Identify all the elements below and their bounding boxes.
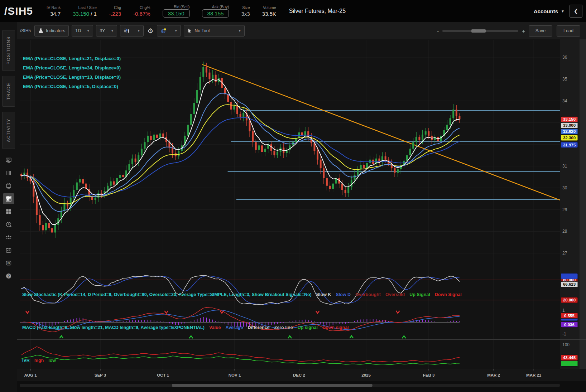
- accounts-dropdown[interactable]: Accounts ▼: [534, 8, 565, 14]
- svg-text:AUG 1: AUG 1: [24, 373, 37, 377]
- svg-text:29: 29: [562, 207, 567, 212]
- chevron-down-icon: ▼: [111, 29, 114, 33]
- accounts-label: Accounts: [534, 8, 558, 14]
- quote-field-volume: Volume33.5K: [262, 5, 276, 17]
- chart-type-dropdown[interactable]: ▼: [120, 25, 144, 37]
- svg-text:33.000: 33.000: [563, 123, 576, 127]
- chevron-down-icon: ▼: [174, 29, 177, 33]
- indicators-button[interactable]: Indicators: [34, 25, 69, 37]
- quote-fields: IV Rank34.7Last / Size33.150 / 1Chg-.223…: [47, 5, 288, 18]
- svg-text:35: 35: [562, 77, 567, 82]
- left-sidebar: POSITIONS TRADE ACTIVITY: [0, 22, 18, 392]
- svg-text:0.036: 0.036: [564, 323, 575, 327]
- svg-text:DEC 2: DEC 2: [293, 373, 305, 377]
- svg-text:-1: -1: [562, 331, 566, 337]
- fi-icon[interactable]: FI: [3, 258, 14, 268]
- people-icon[interactable]: [3, 232, 14, 243]
- monitor-icon[interactable]: [3, 155, 14, 165]
- range-value: 3Y: [100, 28, 105, 33]
- svg-text:MAR 21: MAR 21: [526, 373, 542, 377]
- flask-icon: [38, 28, 44, 34]
- active-tool-dropdown[interactable]: No Tool ▼: [184, 25, 245, 37]
- svg-text:2025: 2025: [361, 373, 371, 377]
- trading-app: /SIH5 IV Rank34.7Last / Size33.150 / 1Ch…: [0, 0, 586, 392]
- quote-field-last-size: Last / Size33.150 / 1: [73, 5, 97, 17]
- svg-text:NOV 1: NOV 1: [229, 373, 241, 377]
- svg-text:FI: FI: [8, 262, 10, 265]
- load-button[interactable]: Load: [557, 25, 580, 37]
- svg-text:FEB 3: FEB 3: [423, 373, 435, 377]
- svg-text:20.000: 20.000: [563, 298, 576, 302]
- svg-text:31.975: 31.975: [563, 143, 576, 147]
- svg-text:33.150: 33.150: [563, 117, 576, 121]
- svg-text:43.445: 43.445: [563, 355, 576, 360]
- price-chart-svg[interactable]: 3635343332313029282733.15033.00032.62032…: [17, 39, 586, 392]
- quote-field-size: Size3x3: [241, 5, 250, 17]
- zoom-slider-thumb[interactable]: [471, 29, 486, 33]
- drawing-globe-icon: [160, 28, 167, 34]
- svg-text:SEP 3: SEP 3: [95, 373, 106, 377]
- svg-text:1: 1: [562, 308, 565, 313]
- cursor-icon: [187, 28, 192, 34]
- tool-label: No Tool: [194, 28, 210, 33]
- quote-field-bid-sell-[interactable]: Bid (Sell)33.150: [163, 5, 190, 18]
- svg-text:27: 27: [562, 251, 567, 256]
- tv-icon[interactable]: [3, 180, 14, 191]
- horizontal-scrollbar: [20, 384, 560, 387]
- svg-text:32.620: 32.620: [563, 129, 576, 134]
- quote-field-ask-buy-[interactable]: Ask (Buy)33.155: [202, 5, 229, 18]
- quote-field-chg-: Chg%-0.67%: [133, 5, 150, 17]
- chevron-down-icon: ▼: [238, 29, 241, 33]
- svg-text:OCT 1: OCT 1: [157, 373, 169, 377]
- list-columns-icon[interactable]: [3, 168, 14, 178]
- svg-text:31: 31: [562, 164, 567, 169]
- instrument-description: Silver Futures, Mar-25: [289, 8, 346, 14]
- chevron-down-icon: ▼: [137, 29, 140, 33]
- chart-toolbar: /SIH5 Indicators 1D ▼ 3Y ▼ ▼ ⚙ ▼: [17, 22, 586, 40]
- svg-text:MAR 2: MAR 2: [487, 373, 500, 377]
- quote-header: /SIH5 IV Rank34.7Last / Size33.150 / 1Ch…: [0, 0, 586, 22]
- sidebar-tab-positions[interactable]: POSITIONS: [2, 30, 15, 71]
- timeframe-dropdown[interactable]: 1D ▼: [72, 25, 93, 37]
- calendar-return-icon[interactable]: [3, 245, 14, 256]
- zoom-slider[interactable]: [442, 30, 518, 32]
- svg-text:?: ?: [8, 274, 10, 278]
- svg-text:34: 34: [562, 98, 567, 103]
- range-dropdown[interactable]: 3Y ▼: [96, 25, 117, 37]
- grid-chart-icon[interactable]: [3, 193, 14, 204]
- dashboard-grid-icon[interactable]: [3, 206, 14, 217]
- chevron-down-icon: ▼: [87, 29, 90, 33]
- chart-canvas[interactable]: 3635343332313029282733.15033.00032.62032…: [17, 39, 586, 392]
- chevron-down-icon: ▼: [561, 9, 565, 13]
- svg-text:30: 30: [562, 185, 567, 190]
- svg-text:32.300: 32.300: [563, 136, 576, 140]
- quote-field-iv-rank: IV Rank34.7: [47, 5, 61, 17]
- toolbar-symbol: /SIH5: [20, 28, 31, 33]
- sidebar-icon-rail: FI ?: [0, 155, 17, 284]
- svg-text:28: 28: [562, 229, 567, 234]
- svg-text:0.555: 0.555: [564, 314, 575, 318]
- quote-field-chg: Chg-.223: [109, 5, 121, 17]
- tab-label: TRADE: [6, 83, 11, 100]
- svg-text:36: 36: [562, 55, 567, 60]
- drawing-set-dropdown[interactable]: ▼: [157, 25, 181, 37]
- candlestick-icon: [124, 28, 129, 34]
- settings-gear-icon[interactable]: ⚙: [147, 28, 153, 34]
- tab-label: POSITIONS: [6, 37, 11, 65]
- save-button[interactable]: Save: [529, 25, 552, 37]
- zoom-out-button[interactable]: -: [437, 28, 439, 34]
- timeframe-value: 1D: [75, 28, 81, 33]
- zoom-in-button[interactable]: +: [522, 28, 525, 34]
- sidebar-tab-activity[interactable]: ACTIVITY: [2, 112, 15, 149]
- collapse-header-button[interactable]: ❮: [570, 5, 582, 18]
- indicators-label: Indicators: [46, 28, 65, 33]
- history-clock-icon[interactable]: [3, 219, 14, 230]
- svg-text:100: 100: [562, 342, 570, 347]
- help-icon[interactable]: ?: [3, 271, 14, 281]
- chevron-left-icon: ❮: [574, 8, 578, 14]
- svg-text:66.623: 66.623: [563, 282, 576, 286]
- chart-region: /SIH5 Indicators 1D ▼ 3Y ▼ ▼ ⚙ ▼: [17, 22, 586, 392]
- sidebar-tab-trade[interactable]: TRADE: [2, 76, 15, 107]
- tab-label: ACTIVITY: [6, 118, 11, 142]
- symbol-logo: /SIH5: [0, 5, 47, 17]
